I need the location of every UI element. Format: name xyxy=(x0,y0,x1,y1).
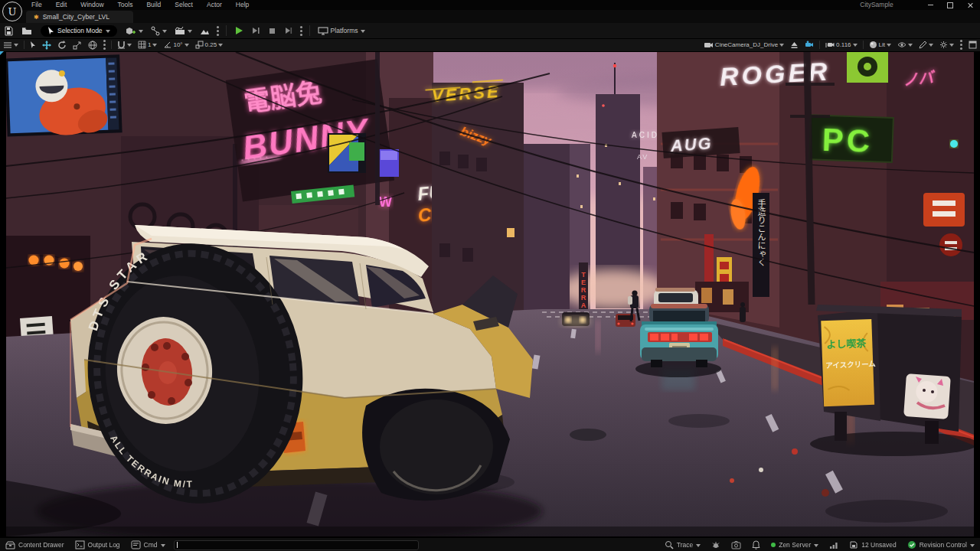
cmd-dropdown[interactable]: Cmd xyxy=(126,538,171,551)
globe-icon xyxy=(88,41,97,50)
menu-select[interactable]: Select xyxy=(168,0,200,10)
menu-build[interactable]: Build xyxy=(139,0,168,10)
rotation-snap-dropdown[interactable]: 10° xyxy=(160,38,191,51)
level-tab[interactable]: ✱ Small_City_Cyber_LVL xyxy=(26,11,133,23)
drawer-icon xyxy=(5,540,15,549)
pen-icon xyxy=(919,41,927,49)
quick-add-dropdown[interactable] xyxy=(122,23,147,38)
eye-icon xyxy=(897,41,906,48)
rotate-icon xyxy=(57,41,67,50)
menu-tools[interactable]: Tools xyxy=(111,0,140,10)
camera-icon xyxy=(704,41,714,49)
stop-icon xyxy=(268,27,276,35)
blueprint-icon xyxy=(151,26,160,36)
output-log-icon xyxy=(75,540,85,549)
pilot-toggle[interactable] xyxy=(802,38,817,51)
cinematics-dropdown[interactable] xyxy=(171,23,196,38)
maximize-button[interactable] xyxy=(942,0,959,10)
camera-dropdown[interactable]: CineCamera_DJ_Drive xyxy=(701,38,787,51)
tab-row: ✱ Small_City_Cyber_LVL xyxy=(0,10,980,23)
stop-button[interactable] xyxy=(264,23,280,38)
chevron-down-icon xyxy=(779,44,784,49)
scene-vignette xyxy=(6,52,974,536)
divider xyxy=(863,41,864,49)
content-browser-button[interactable] xyxy=(18,23,36,38)
chevron-down-icon xyxy=(361,30,365,35)
clapperboard-icon xyxy=(175,26,185,36)
trace-dropdown[interactable]: Trace xyxy=(659,538,706,551)
viewport-options-menu[interactable] xyxy=(0,38,21,51)
eject-possess-button[interactable] xyxy=(280,23,297,38)
unsaved-changes-button[interactable]: 12 Unsaved xyxy=(844,538,901,551)
unsaved-asterisk-icon: ✱ xyxy=(34,14,39,21)
revision-control-dropdown[interactable]: Revision Control xyxy=(902,538,980,551)
level-viewport[interactable]: 1 10° 0.25 CineCamera_DJ_Drive xyxy=(0,38,980,537)
camera-name: CineCamera_DJ_Drive xyxy=(715,41,778,48)
snapshot-button[interactable] xyxy=(726,538,746,551)
trace-icon xyxy=(665,540,674,549)
world-space-toggle[interactable] xyxy=(85,38,100,51)
menu-help[interactable]: Help xyxy=(229,0,256,10)
close-button[interactable] xyxy=(962,0,978,10)
insights-button[interactable] xyxy=(706,538,726,551)
select-tool[interactable] xyxy=(27,38,39,51)
unreal-logo: U xyxy=(2,2,22,21)
save-icon xyxy=(4,26,14,36)
status-bar: Content Drawer Output Log Cmd Trace Zen … xyxy=(0,537,980,551)
play-button[interactable] xyxy=(230,23,247,38)
debug-draw-dropdown[interactable] xyxy=(916,38,936,51)
surface-snap-icon xyxy=(117,41,126,49)
cursor-icon xyxy=(47,27,54,35)
maximize-viewport-button[interactable] xyxy=(965,38,980,51)
chevron-down-icon xyxy=(185,44,189,49)
selection-mode-dropdown[interactable]: Selection Mode xyxy=(41,25,117,37)
play-options-icon[interactable] xyxy=(300,30,302,32)
surface-snap-dropdown[interactable] xyxy=(114,38,135,51)
viewport-overflow-icon[interactable] xyxy=(960,44,962,46)
menu-edit[interactable]: Edit xyxy=(49,0,74,10)
lit-sphere-icon xyxy=(869,41,877,49)
derived-data-button[interactable] xyxy=(824,538,844,551)
divider xyxy=(309,25,310,36)
console-input[interactable] xyxy=(174,540,419,550)
level-tab-label: Small_City_Cyber_LVL xyxy=(43,13,109,21)
bell-icon xyxy=(752,540,760,549)
viewport-settings-dropdown[interactable] xyxy=(936,38,957,51)
output-log-button[interactable]: Output Log xyxy=(70,538,126,551)
content-drawer-label: Content Drawer xyxy=(18,541,64,549)
menu-file[interactable]: File xyxy=(24,0,49,10)
transform-overflow-icon[interactable] xyxy=(103,44,106,46)
camera-speed-dropdown[interactable]: 0.116 xyxy=(822,38,860,51)
scale-snap-dropdown[interactable]: 0.25 xyxy=(192,38,227,51)
toolbar-overflow-icon[interactable] xyxy=(217,30,219,32)
grid-icon xyxy=(138,41,146,49)
rotate-tool[interactable] xyxy=(54,38,70,51)
chevron-down-icon xyxy=(14,44,18,49)
title-bar: File Edit Window Tools Build Select Acto… xyxy=(0,0,980,10)
revision-control-label: Revision Control xyxy=(920,541,967,549)
menu-window[interactable]: Window xyxy=(74,0,110,10)
view-mode-value: Lit xyxy=(879,41,885,48)
menu-actor[interactable]: Actor xyxy=(200,0,229,10)
unsaved-layers-icon xyxy=(849,540,858,549)
editor-modes-button[interactable] xyxy=(196,23,214,38)
move-tool[interactable] xyxy=(39,38,54,51)
zen-server-status-icon xyxy=(771,543,776,547)
chevron-down-icon xyxy=(929,44,933,49)
frame-skip-button[interactable] xyxy=(247,23,264,38)
view-mode-dropdown[interactable]: Lit xyxy=(866,38,894,51)
zen-server-dropdown[interactable]: Zen Server xyxy=(766,538,824,551)
divider xyxy=(111,41,112,49)
platforms-dropdown[interactable]: Platforms xyxy=(314,23,369,38)
notifications-button[interactable] xyxy=(746,538,766,551)
content-drawer-button[interactable]: Content Drawer xyxy=(0,538,70,551)
minimize-button[interactable] xyxy=(922,0,939,10)
save-button[interactable] xyxy=(0,23,18,38)
viewport-scene[interactable]: TERRA LUMA xyxy=(6,52,974,536)
show-flags-dropdown[interactable] xyxy=(894,38,916,51)
maximize-viewport-icon xyxy=(969,41,977,49)
blueprints-dropdown[interactable] xyxy=(147,23,171,38)
scale-tool[interactable] xyxy=(70,38,85,51)
grid-snap-dropdown[interactable]: 1 xyxy=(135,38,160,51)
eject-button[interactable] xyxy=(787,38,802,51)
